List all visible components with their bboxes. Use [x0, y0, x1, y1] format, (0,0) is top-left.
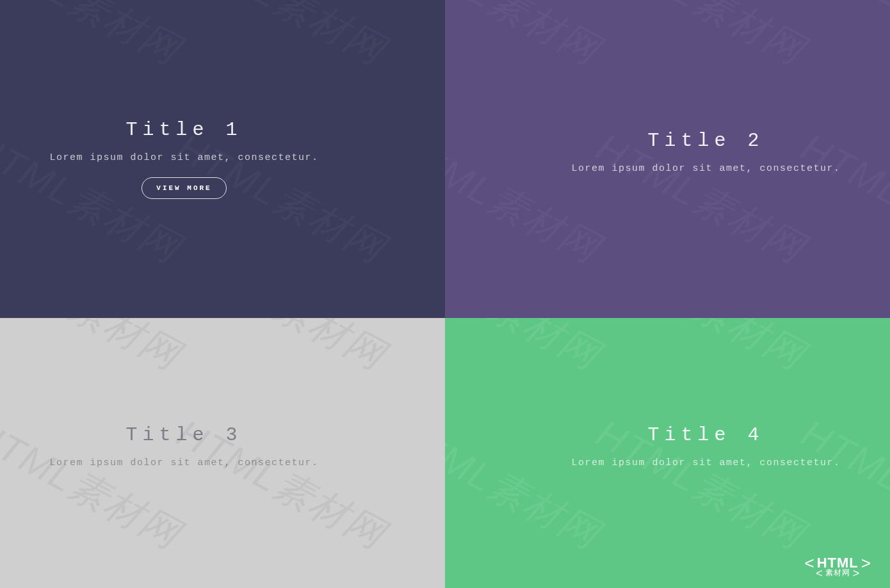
tile-title-1: Title 1	[125, 119, 242, 141]
tile-content: Title 4 Lorem ipsum dolor sit amet, cons…	[571, 424, 840, 482]
watermark-text: HTML素材网	[792, 0, 890, 77]
tile-title-3: Title 3	[125, 424, 242, 446]
angle-left-icon: <	[805, 555, 814, 571]
watermark-text: HTML素材网	[0, 318, 189, 382]
tile-title-4: Title 4	[647, 424, 764, 446]
watermark-text: HTML素材网	[792, 318, 890, 382]
tile-content: Title 3 Lorem ipsum dolor sit amet, cons…	[49, 424, 318, 482]
angle-right-icon: >	[861, 555, 871, 571]
tile-4[interactable]: HTML素材网 HTML素材网 HTML素材网 HTML素材网 HTML素材网 …	[445, 318, 890, 588]
watermark-text: HTML素材网	[587, 0, 814, 77]
tile-grid: HTML素材网 HTML素材网 HTML素材网 HTML素材网 Title 1 …	[0, 0, 890, 588]
tile-title-2: Title 2	[647, 130, 764, 152]
watermark-text: HTML素材网	[587, 318, 814, 382]
watermark-text: HTML素材网	[168, 0, 394, 77]
tile-subtitle-4: Lorem ipsum dolor sit amet, consectetur.	[571, 457, 840, 468]
footer-logo: < HTML > < 素材网 >	[805, 555, 871, 579]
footer-logo-line2: 素材网	[825, 568, 850, 578]
angle-right-icon: >	[853, 568, 860, 579]
tile-2[interactable]: HTML素材网 HTML素材网 HTML素材网 HTML素材网 HTML素材网 …	[445, 0, 890, 318]
watermark-text: HTML素材网	[168, 318, 394, 382]
watermark-text: HTML素材网	[445, 318, 608, 382]
watermark-text: HTML素材网	[445, 0, 608, 77]
tile-subtitle-3: Lorem ipsum dolor sit amet, consectetur.	[49, 457, 318, 468]
tile-1[interactable]: HTML素材网 HTML素材网 HTML素材网 HTML素材网 Title 1 …	[0, 0, 445, 318]
tile-content: Title 2 Lorem ipsum dolor sit amet, cons…	[571, 130, 840, 188]
angle-left-icon: <	[816, 568, 823, 579]
tile-subtitle-1: Lorem ipsum dolor sit amet, consectetur.	[49, 152, 318, 163]
view-more-button[interactable]: VIEW MORE	[142, 177, 226, 199]
tile-subtitle-2: Lorem ipsum dolor sit amet, consectetur.	[571, 163, 840, 174]
watermark-text: HTML素材网	[0, 0, 189, 77]
tile-3[interactable]: HTML素材网 HTML素材网 HTML素材网 HTML素材网 Title 3 …	[0, 318, 445, 588]
tile-content: Title 1 Lorem ipsum dolor sit amet, cons…	[49, 119, 318, 199]
